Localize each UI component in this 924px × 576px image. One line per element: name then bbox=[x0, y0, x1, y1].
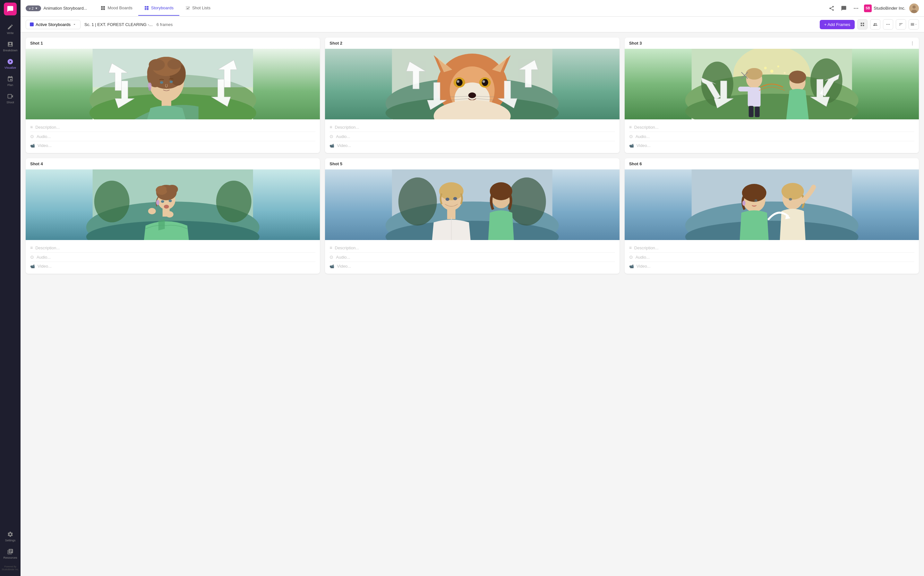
comment-button[interactable] bbox=[839, 4, 848, 13]
svg-point-55 bbox=[456, 79, 463, 86]
svg-point-78 bbox=[783, 72, 785, 74]
add-frames-button[interactable]: + Add Frames bbox=[820, 20, 855, 29]
shot-5-video-field[interactable]: 📹 Video... bbox=[329, 262, 615, 270]
shot-6-description-field[interactable]: ≡ Description... bbox=[629, 243, 914, 253]
shot-3-description-field[interactable]: ≡ Description... bbox=[629, 123, 914, 132]
sidebar-logo[interactable] bbox=[4, 3, 17, 15]
svg-rect-1 bbox=[103, 6, 105, 8]
more-options-button[interactable] bbox=[852, 4, 860, 13]
shot-3-video-field[interactable]: 📹 Video... bbox=[629, 141, 914, 150]
shot-3-artwork bbox=[625, 49, 919, 119]
svg-point-116 bbox=[446, 198, 449, 201]
sidebar-item-write-label: Write bbox=[7, 32, 14, 35]
svg-point-100 bbox=[156, 186, 168, 195]
svg-point-75 bbox=[770, 70, 773, 73]
tab-storyboards[interactable]: Storyboards bbox=[138, 1, 179, 16]
shot-1-image bbox=[26, 49, 320, 119]
shot-4-audio-field[interactable]: ⊙ Audio... bbox=[30, 253, 315, 262]
shot-4-description-field[interactable]: ≡ Description... bbox=[30, 243, 315, 253]
storyboard-selector-label: Active Storyboards bbox=[36, 22, 70, 27]
nav-right-actions: SB StudioBinder Inc. bbox=[827, 3, 919, 13]
svg-point-115 bbox=[439, 182, 464, 200]
svg-point-120 bbox=[490, 182, 512, 200]
shot-card-6: Shot 6 bbox=[625, 158, 919, 274]
svg-point-80 bbox=[746, 68, 762, 80]
svg-rect-108 bbox=[163, 209, 170, 217]
svg-point-12 bbox=[857, 8, 858, 9]
sidebar-item-resources[interactable]: Resources bbox=[0, 545, 21, 563]
svg-point-127 bbox=[754, 199, 757, 202]
shot-card-5: Shot 5 bbox=[325, 158, 619, 274]
shot-5-description-field[interactable]: ≡ Description... bbox=[329, 243, 615, 253]
sidebar-item-settings[interactable]: Settings bbox=[0, 528, 21, 545]
svg-point-32 bbox=[149, 59, 165, 70]
video-icon-2: 📹 bbox=[329, 144, 334, 148]
shot-3-audio-field[interactable]: ⊙ Audio... bbox=[629, 132, 914, 141]
shot-5-image bbox=[325, 170, 619, 240]
shot-2-video-field[interactable]: 📹 Video... bbox=[329, 141, 615, 150]
shots-grid: Shot 1 bbox=[26, 38, 919, 274]
grid-view-button[interactable] bbox=[857, 19, 868, 29]
sidebar-item-write[interactable]: Write bbox=[0, 21, 21, 38]
shot-4-video-field[interactable]: 📹 Video... bbox=[30, 262, 315, 270]
shot-2-audio-field[interactable]: ⊙ Audio... bbox=[329, 132, 615, 141]
shot-1-label: Shot 1 bbox=[30, 41, 43, 46]
shot-1-audio-field[interactable]: ⊙ Audio... bbox=[30, 132, 315, 141]
storyboard-selector-dropdown[interactable]: Active Storyboards bbox=[26, 20, 80, 29]
audio-icon-2: ⊙ bbox=[329, 134, 333, 139]
svg-rect-5 bbox=[147, 6, 149, 7]
shot-1-video-field[interactable]: 📹 Video... bbox=[30, 141, 315, 150]
shot-4-fields: ≡ Description... ⊙ Audio... 📹 Video... bbox=[26, 240, 320, 274]
sb-icon: SB bbox=[864, 5, 872, 12]
svg-point-35 bbox=[170, 80, 173, 83]
shot-3-header: Shot 3 ⋮ bbox=[625, 38, 919, 49]
filter-button[interactable] bbox=[896, 19, 906, 29]
color-dot bbox=[30, 22, 34, 26]
shot-3-more-button[interactable]: ⋮ bbox=[910, 41, 914, 46]
description-icon-3: ≡ bbox=[629, 125, 632, 130]
sidebar-item-visualize[interactable]: Visualize bbox=[0, 55, 21, 72]
shot-card-3: Shot 3 ⋮ bbox=[625, 38, 919, 153]
svg-point-86 bbox=[789, 70, 806, 83]
shot-6-video-field[interactable]: 📹 Video... bbox=[629, 262, 914, 270]
share-button[interactable] bbox=[827, 4, 836, 13]
more-options-toolbar[interactable] bbox=[883, 19, 893, 29]
audio-icon-3: ⊙ bbox=[629, 134, 633, 139]
svg-point-74 bbox=[810, 58, 842, 103]
project-title: Animation Storyboard... bbox=[44, 6, 87, 11]
audio-icon-6: ⊙ bbox=[629, 254, 633, 259]
layout-toggle-button[interactable] bbox=[909, 19, 919, 29]
svg-point-129 bbox=[781, 183, 804, 200]
svg-rect-7 bbox=[147, 7, 149, 8]
shot-2-label: Shot 2 bbox=[329, 41, 342, 46]
svg-point-57 bbox=[457, 80, 459, 83]
shot-2-artwork bbox=[325, 49, 619, 119]
sidebar-item-shoot[interactable]: Shoot bbox=[0, 90, 21, 107]
people-view-button[interactable] bbox=[870, 19, 880, 29]
sidebar-item-breakdown[interactable]: Breakdown bbox=[0, 38, 21, 55]
frames-count: 6 frames bbox=[157, 22, 173, 27]
tab-shot-lists[interactable]: Shot Lists bbox=[179, 1, 216, 16]
video-icon: 📹 bbox=[30, 144, 35, 148]
version-badge[interactable]: v 2 ▼ bbox=[26, 5, 41, 11]
shot-3-image bbox=[625, 49, 919, 119]
sidebar-item-visualize-label: Visualize bbox=[5, 66, 16, 69]
video-icon-3: 📹 bbox=[629, 144, 634, 148]
svg-rect-18 bbox=[861, 25, 862, 26]
shot-6-audio-field[interactable]: ⊙ Audio... bbox=[629, 253, 914, 262]
description-icon-5: ≡ bbox=[329, 245, 332, 250]
tab-mood-boards[interactable]: Mood Boards bbox=[94, 1, 138, 16]
shot-1-description-field[interactable]: ≡ Description... bbox=[30, 123, 315, 132]
sidebar-item-plan[interactable]: Plan bbox=[0, 72, 21, 90]
video-icon-4: 📹 bbox=[30, 264, 35, 269]
shot-2-description-field[interactable]: ≡ Description... bbox=[329, 123, 615, 132]
shot-5-audio-field[interactable]: ⊙ Audio... bbox=[329, 253, 615, 262]
svg-point-117 bbox=[453, 197, 457, 200]
toolbar-left: Active Storyboards Sc. 1 | EXT. FOREST C… bbox=[26, 20, 173, 29]
user-avatar[interactable] bbox=[909, 3, 919, 13]
shot-5-label: Shot 5 bbox=[329, 162, 342, 166]
audio-icon-5: ⊙ bbox=[329, 254, 333, 259]
svg-point-97 bbox=[216, 181, 251, 222]
svg-point-112 bbox=[398, 178, 437, 226]
shot-2-image bbox=[325, 49, 619, 119]
